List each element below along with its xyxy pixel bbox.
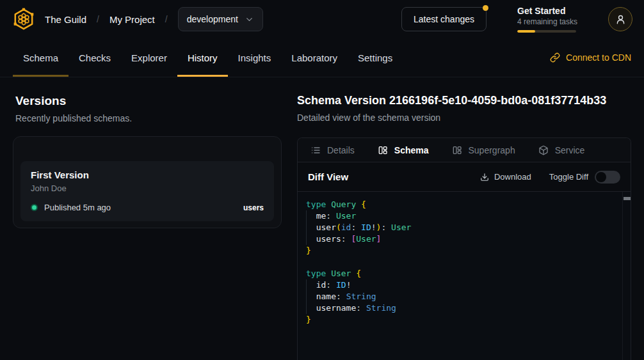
code-line [306,256,618,268]
code-scrollbar-thumb[interactable] [624,197,631,200]
target-selector-value: development [187,14,238,24]
link-icon [550,52,560,63]
tab-laboratory[interactable]: Laboratory [281,38,348,77]
diff-view-title: Diff View [308,171,348,182]
version-status-text: Published 5m ago [44,203,111,212]
header-right: Latest changes Get Started 4 remaining t… [401,6,632,33]
versions-subtitle: Recently published schemas. [15,113,282,123]
user-avatar[interactable] [608,7,632,31]
notification-dot [483,5,488,11]
versions-sidebar: Versions Recently published schemas. Fir… [13,94,282,360]
list-icon [310,145,321,155]
get-started-widget[interactable]: Get Started 4 remaining tasks [517,6,576,33]
code-line: users: [User] [306,233,618,245]
published-status-dot [31,204,38,211]
detail-tab-label: Supergraph [469,145,515,155]
tab-insights[interactable]: Insights [228,38,282,77]
version-service-badge: users [243,203,264,212]
code-lines: type Query { me: User user(id: ID!): Use… [306,199,618,325]
version-list-item[interactable]: First Version John Doe Published 5m ago … [20,161,274,221]
latest-changes-button[interactable]: Latest changes [401,7,487,31]
breadcrumb-project[interactable]: My Project [109,14,155,25]
code-line: id: ID! [306,279,618,291]
schema-code-viewer[interactable]: type Query { me: User user(id: ID!): Use… [298,192,631,360]
code-scrollbar[interactable] [622,192,631,360]
code-line: name: String [306,291,618,302]
get-started-progress-bar [517,30,576,33]
version-status-row: Published 5m ago users [31,203,264,212]
chevron-down-icon [245,15,254,24]
connect-to-cdn-button[interactable]: Connect to CDN [550,38,631,77]
code-line: type User { [306,268,618,279]
version-detail-subtitle: Detailed view of the schema version [297,113,631,123]
get-started-subtitle: 4 remaining tasks [517,17,576,26]
columns-icon [452,145,462,155]
download-button[interactable]: Download [480,172,531,182]
breadcrumb: The Guild / My Project / development [45,7,263,31]
code-line: user(id: ID!): User [306,222,618,233]
target-selector-dropdown[interactable]: development [178,7,263,31]
code-line: type Query { [306,199,618,210]
connect-to-cdn-label: Connect to CDN [566,52,631,63]
main-content: Versions Recently published schemas. Fir… [0,77,644,360]
tab-checks[interactable]: Checks [68,38,121,77]
primary-nav-tabs: SchemaChecksExplorerHistoryInsightsLabor… [13,38,403,77]
version-detail-panel: DetailsSchemaSupergraphService Diff View… [297,137,631,360]
person-icon [615,13,627,26]
code-line: username: String [306,302,618,314]
diff-view-controls: Download Toggle Diff [480,171,620,184]
version-detail-title: Schema Version 2166196f-5e10-4059-bd0a-0… [297,94,631,107]
breadcrumb-separator: / [165,14,168,24]
detail-tabs: DetailsSchemaSupergraphService [298,138,631,162]
breadcrumb-org[interactable]: The Guild [45,14,86,25]
latest-changes-label: Latest changes [414,14,474,24]
detail-tab-details[interactable]: Details [310,145,355,155]
get-started-progress-fill [517,30,535,33]
toggle-knob [596,172,606,182]
detail-tab-service[interactable]: Service [538,145,585,155]
code-line: } [306,245,618,256]
version-author: John Doe [31,184,264,193]
tab-explorer[interactable]: Explorer [121,38,177,77]
versions-title: Versions [15,94,282,108]
code-line: me: User [306,210,618,222]
cube-icon [538,145,549,155]
detail-tab-label: Schema [394,145,429,155]
detail-tab-schema[interactable]: Schema [378,145,429,155]
get-started-title: Get Started [517,6,576,16]
hive-logo-icon[interactable] [12,7,36,31]
download-label: Download [494,172,531,182]
detail-tab-supergraph[interactable]: Supergraph [452,145,515,155]
diff-view-toolbar: Diff View Download Toggle Diff [298,162,631,192]
tab-schema[interactable]: Schema [13,38,68,77]
primary-nav: SchemaChecksExplorerHistoryInsightsLabor… [0,38,644,77]
app-header: The Guild / My Project / development Lat… [0,0,644,38]
tab-history[interactable]: History [177,38,228,77]
detail-tab-label: Service [555,145,585,155]
breadcrumb-separator: / [97,14,99,24]
version-detail-section: Schema Version 2166196f-5e10-4059-bd0a-0… [297,94,631,360]
version-name: First Version [31,169,264,180]
download-icon [480,173,489,182]
toggle-diff-group: Toggle Diff [549,171,620,184]
tab-settings[interactable]: Settings [348,38,403,77]
detail-tab-label: Details [327,145,355,155]
toggle-diff-label: Toggle Diff [549,172,588,182]
code-line: } [306,314,618,325]
columns-icon [378,145,388,155]
versions-list: First Version John Doe Published 5m ago … [13,136,282,228]
toggle-diff-switch[interactable] [595,171,620,184]
